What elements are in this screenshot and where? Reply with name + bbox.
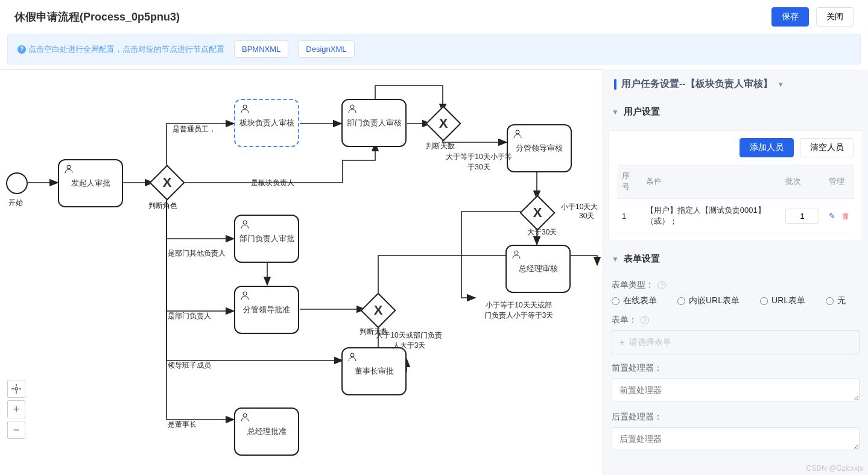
- svg-point-5: [243, 221, 247, 224]
- delete-icon[interactable]: 🗑: [841, 212, 849, 221]
- clear-person-button[interactable]: 清空人员: [800, 138, 854, 157]
- hint-text: 点击空白处进行全局配置，点击对应的节点进行节点配置: [28, 44, 224, 55]
- pre-handler-input[interactable]: [612, 379, 860, 401]
- zoom-tools: + −: [7, 380, 25, 439]
- config-hint: ? 点击空白处进行全局配置，点击对应的节点进行节点配置: [17, 44, 224, 55]
- edge-chairman: 是董事长: [168, 420, 197, 430]
- cell-mgmt: ✎ 🗑: [824, 199, 854, 233]
- task-initiator-approve[interactable]: 发起人审批: [58, 159, 123, 207]
- edit-icon[interactable]: ✎: [829, 212, 835, 221]
- edge-gt10-or-3: 大于10天或部门负责人大于3天: [373, 330, 445, 351]
- task-gm-review[interactable]: 总经理审核: [505, 245, 571, 293]
- edge-leaders: 领导班子成员: [168, 360, 211, 371]
- start-event[interactable]: [6, 172, 28, 194]
- svg-point-9: [15, 388, 17, 390]
- collapse-icon: ▼: [612, 108, 619, 116]
- col-cond: 条件: [641, 165, 781, 199]
- form-type-radios: 在线表单 内嵌URL表单 URL表单 无: [612, 295, 860, 306]
- section-form-title: 表单设置: [624, 253, 660, 265]
- design-xml-button[interactable]: DesignXML: [298, 40, 354, 58]
- zoom-out-button[interactable]: −: [7, 421, 25, 439]
- svg-point-2: [350, 105, 354, 109]
- task-chairman-approve[interactable]: 董事长审批: [341, 347, 407, 395]
- post-handler-label: 后置处理器：: [612, 412, 860, 423]
- topbar: 休假申请流程(Process_0p5pnu3) 保存 关闭: [0, 0, 868, 34]
- col-idx: 序号: [617, 165, 641, 199]
- task-gm-approve[interactable]: 总经理批准: [234, 407, 299, 456]
- edge-10-30: 大于等于10天小于等于30天: [443, 152, 515, 172]
- info-bar: ? 点击空白处进行全局配置，点击对应的节点进行节点配置 BPMNXML Desi…: [7, 34, 861, 64]
- cell-batch: [781, 199, 824, 233]
- svg-point-3: [516, 130, 519, 134]
- batch-input[interactable]: [785, 209, 819, 224]
- svg-point-7: [350, 353, 354, 357]
- post-handler-input[interactable]: [612, 427, 860, 450]
- table-row: 1 【用户】指定人【测试负责0001】（或）； ✎ 🗑: [617, 199, 854, 233]
- edge-le10-or-3: 小于等于10天天或部门负责人小于等于3天: [483, 300, 555, 321]
- watermark: CSDN @Gzlcxxjs: [806, 464, 863, 473]
- form-label: 表单：?: [612, 315, 860, 326]
- properties-sidebar: 用户任务设置--【板块负责人审核】 ▼ ▼ 用户设置 添加人员 清空人员 序号: [603, 69, 868, 475]
- radio-none[interactable]: 无: [826, 295, 846, 306]
- target-icon[interactable]: [7, 380, 25, 398]
- svg-point-1: [243, 105, 247, 109]
- title-accent: [614, 79, 616, 90]
- panel-title-text: 用户任务设置--【板块负责人审核】: [621, 78, 773, 90]
- gateway-role-label: 判断角色: [148, 201, 177, 211]
- page-title: 休假申请流程(Process_0p5pnu3): [14, 10, 180, 24]
- task-branch-leader-review[interactable]: 分管领导审核: [507, 124, 572, 172]
- col-batch: 批次: [781, 165, 824, 199]
- help-icon[interactable]: ?: [657, 281, 666, 289]
- task-dept-leader-review[interactable]: 部门负责人审核: [341, 99, 407, 147]
- bpmn-canvas[interactable]: 开始 发起人审批 X 判断角色 板块负责人审核 部门负责人审核 X 判断天数 分…: [0, 69, 603, 475]
- task-block-leader-review[interactable]: 板块负责人审核: [234, 99, 299, 147]
- bpmn-xml-button[interactable]: BPMNXML: [234, 40, 288, 58]
- cell-cond: 【用户】指定人【测试负责0001】（或）；: [641, 199, 781, 233]
- radio-url[interactable]: URL表单: [760, 295, 805, 306]
- edge-block-leader: 是板块负责人: [251, 178, 294, 188]
- form-type-label: 表单类型：?: [612, 280, 860, 291]
- edge-gt30: 大于30天: [527, 227, 557, 238]
- zoom-in-button[interactable]: +: [7, 400, 25, 418]
- top-actions: 保存 关闭: [771, 7, 854, 27]
- pre-handler-label: 前置处理器：: [612, 363, 860, 374]
- help-icon[interactable]: ?: [641, 316, 649, 324]
- save-button[interactable]: 保存: [771, 7, 809, 27]
- col-mgmt: 管理: [824, 165, 854, 199]
- edge-lt10b: 30天: [579, 211, 594, 221]
- svg-point-4: [515, 251, 518, 254]
- add-person-button[interactable]: 添加人员: [740, 138, 794, 157]
- form-select[interactable]: +请选择表单: [612, 330, 860, 354]
- start-label: 开始: [8, 198, 23, 208]
- svg-point-0: [67, 165, 71, 169]
- radio-embed[interactable]: 内嵌URL表单: [677, 295, 740, 306]
- edge-dept-other: 是部门其他负责人: [168, 248, 226, 259]
- info-icon: ?: [17, 45, 26, 54]
- section-form-header[interactable]: ▼ 表单设置: [603, 246, 868, 272]
- gateway-days-1-label: 判断天数: [426, 141, 455, 151]
- collapse-icon: ▼: [612, 255, 619, 263]
- close-button[interactable]: 关闭: [816, 7, 854, 27]
- panel-title[interactable]: 用户任务设置--【板块负责人审核】 ▼: [603, 69, 868, 99]
- radio-online[interactable]: 在线表单: [612, 295, 657, 306]
- section-user-settings-header[interactable]: ▼ 用户设置: [603, 99, 868, 125]
- edge-dept-leader: 是部门负责人: [168, 311, 211, 321]
- edge-normal-emp: 是普通员工，: [173, 124, 216, 134]
- svg-point-6: [243, 292, 247, 295]
- section-user-title: 用户设置: [624, 106, 660, 118]
- form-placeholder: 请选择表单: [629, 337, 671, 348]
- task-branch-leader-approve[interactable]: 分管领导批准: [234, 286, 299, 334]
- svg-point-8: [243, 414, 247, 417]
- person-table: 序号 条件 批次 管理 1 【用户】指定人【测试负责0001】（或）； ✎ 🗑: [617, 165, 854, 233]
- task-dept-leader-approve[interactable]: 部门负责人审批: [234, 215, 299, 263]
- cell-idx: 1: [617, 199, 641, 233]
- chevron-down-icon: ▼: [778, 81, 784, 88]
